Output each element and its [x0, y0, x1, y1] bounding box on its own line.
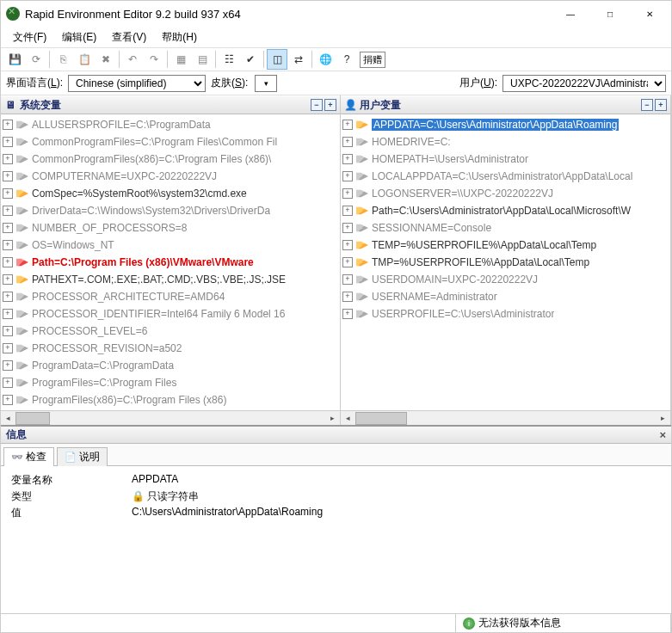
tree-node[interactable]: +PROCESSOR_LEVEL=6 — [1, 323, 340, 340]
skin-button[interactable]: ▾ — [255, 75, 277, 92]
expand-toggle-icon[interactable]: + — [3, 343, 13, 353]
scroll-thumb[interactable] — [15, 412, 50, 425]
tree-node[interactable]: +PROCESSOR_IDENTIFIER=Intel64 Family 6 M… — [1, 305, 340, 323]
close-button[interactable]: ✕ — [630, 1, 669, 27]
usr-hscroll[interactable]: ◂ ▸ — [341, 410, 670, 425]
minimize-button[interactable]: — — [551, 1, 590, 27]
scroll-left-icon[interactable]: ◂ — [341, 411, 355, 426]
tree-node[interactable]: +USERDOMAIN=UXPC-20220222VJ — [341, 271, 670, 288]
tree-node[interactable]: +APPDATA=C:\Users\Administrator\AppData\… — [341, 116, 670, 133]
expand-toggle-icon[interactable]: + — [342, 137, 353, 147]
tree-node[interactable]: +ProgramFiles=C:\Program Files — [1, 374, 340, 391]
expand-toggle-icon[interactable]: + — [342, 171, 353, 181]
user-tree[interactable]: +APPDATA=C:\Users\Administrator\AppData\… — [341, 114, 670, 410]
maximize-button[interactable]: □ — [590, 1, 630, 27]
scroll-left-icon[interactable]: ◂ — [1, 411, 15, 426]
expand-toggle-icon[interactable]: + — [3, 240, 13, 250]
tree-node[interactable]: +PROCESSOR_REVISION=a502 — [1, 340, 340, 357]
expand-toggle-icon[interactable]: + — [3, 292, 13, 302]
expand-toggle-icon[interactable]: + — [3, 274, 13, 285]
tree-node[interactable]: +TEMP=%USERPROFILE%\AppData\Local\Temp — [341, 237, 670, 254]
tree-node[interactable]: +ComSpec=%SystemRoot%\system32\cmd.exe — [1, 185, 340, 202]
expand-toggle-icon[interactable]: + — [3, 223, 13, 233]
usr-expand-icon[interactable]: + — [655, 99, 667, 111]
collapse-icon[interactable]: ▤ — [192, 49, 213, 70]
expand-icon[interactable]: ▦ — [170, 49, 191, 70]
sys-expand-icon[interactable]: + — [324, 99, 336, 111]
tab-desc[interactable]: 📄说明 — [57, 447, 108, 466]
usr-collapse-icon[interactable]: − — [641, 99, 653, 111]
menu-view[interactable]: 查看(V) — [105, 28, 153, 46]
expand-toggle-icon[interactable]: + — [342, 274, 353, 285]
expand-toggle-icon[interactable]: + — [3, 257, 13, 267]
tree-node[interactable]: +CommonProgramFiles=C:\Program Files\Com… — [1, 133, 340, 151]
expand-toggle-icon[interactable]: + — [3, 360, 13, 371]
tree-node[interactable]: +TMP=%USERPROFILE%\AppData\Local\Temp — [341, 254, 670, 271]
tree-node[interactable]: +Path=C:\Users\Administrator\AppData\Loc… — [341, 202, 670, 219]
expand-toggle-icon[interactable]: + — [3, 137, 13, 147]
expand-toggle-icon[interactable]: + — [3, 378, 13, 388]
tree-node[interactable]: +LOCALAPPDATA=C:\Users\Administrator\App… — [341, 168, 670, 185]
expand-toggle-icon[interactable]: + — [3, 326, 13, 336]
expand-toggle-icon[interactable]: + — [342, 120, 353, 130]
undo-icon[interactable]: ↶ — [122, 49, 143, 70]
globe-icon[interactable]: 🌐 — [315, 49, 336, 70]
tree-node[interactable]: +PATHEXT=.COM;.EXE;.BAT;.CMD;.VBS;.VBE;.… — [1, 271, 340, 288]
expand-toggle-icon[interactable]: + — [3, 206, 13, 216]
tree-node[interactable]: +CommonProgramFiles(x86)=C:\Program File… — [1, 151, 340, 168]
save-icon[interactable]: 💾 — [4, 49, 25, 70]
redo-icon[interactable]: ↷ — [144, 49, 164, 70]
tree-node[interactable]: +DriverData=C:\Windows\System32\Drivers\… — [1, 202, 340, 219]
refresh-icon[interactable]: ⟳ — [26, 49, 46, 70]
delete-icon[interactable]: ✖ — [96, 49, 116, 70]
tree-node[interactable]: +HOMEPATH=\Users\Administrator — [341, 151, 670, 168]
expand-toggle-icon[interactable]: + — [3, 120, 13, 130]
expand-toggle-icon[interactable]: + — [3, 188, 13, 199]
expand-toggle-icon[interactable]: + — [3, 309, 13, 319]
layout2-icon[interactable]: ⇄ — [288, 49, 309, 70]
scroll-right-icon[interactable]: ▸ — [325, 411, 340, 426]
sys-hscroll[interactable]: ◂ ▸ — [1, 410, 340, 425]
expand-toggle-icon[interactable]: + — [342, 292, 353, 302]
expand-toggle-icon[interactable]: + — [3, 154, 13, 164]
menu-edit[interactable]: 编辑(E) — [55, 28, 103, 46]
check-icon[interactable]: ✔ — [240, 49, 261, 70]
tree-node[interactable]: +ProgramFiles(x86)=C:\Program Files (x86… — [1, 391, 340, 409]
expand-toggle-icon[interactable]: + — [3, 171, 13, 181]
tree-node[interactable]: +COMPUTERNAME=UXPC-20220222VJ — [1, 168, 340, 185]
lang-select[interactable]: Chinese (simplified) — [68, 75, 206, 92]
layout1-icon[interactable]: ◫ — [267, 49, 287, 70]
scroll-right-icon[interactable]: ▸ — [656, 411, 670, 426]
help-icon[interactable]: ? — [336, 49, 357, 70]
tab-inspect[interactable]: 👓检查 — [3, 447, 54, 466]
tree-node[interactable]: +Path=C:\Program Files (x86)\VMware\VMwa… — [1, 254, 340, 271]
tree-node[interactable]: +USERPROFILE=C:\Users\Administrator — [341, 305, 670, 323]
expand-toggle-icon[interactable]: + — [342, 309, 353, 319]
tree-node[interactable]: +LOGONSERVER=\\UXPC-20220222VJ — [341, 185, 670, 202]
copy-icon[interactable]: ⎘ — [52, 49, 73, 70]
sys-collapse-icon[interactable]: − — [311, 99, 323, 111]
menu-file[interactable]: 文件(F) — [6, 28, 53, 46]
tree-node[interactable]: +SESSIONNAME=Console — [341, 219, 670, 237]
info-close-icon[interactable]: × — [659, 428, 666, 441]
expand-toggle-icon[interactable]: + — [342, 188, 353, 199]
tree-node[interactable]: +ProgramData=C:\ProgramData — [1, 357, 340, 374]
system-tree[interactable]: +ALLUSERSPROFILE=C:\ProgramData+CommonPr… — [1, 114, 340, 410]
tree-node[interactable]: +PROCESSOR_ARCHITECTURE=AMD64 — [1, 288, 340, 305]
expand-toggle-icon[interactable]: + — [342, 154, 353, 164]
user-select[interactable]: UXPC-20220222VJ\Administrator — [502, 75, 666, 92]
tree-node[interactable]: +USERNAME=Administrator — [341, 288, 670, 305]
expand-toggle-icon[interactable]: + — [342, 257, 353, 267]
expand-toggle-icon[interactable]: + — [342, 206, 353, 216]
donate-button[interactable]: 捐赠 — [360, 52, 385, 68]
menu-help[interactable]: 帮助(H) — [155, 28, 204, 46]
expand-toggle-icon[interactable]: + — [3, 395, 13, 405]
tree-node[interactable]: +ALLUSERSPROFILE=C:\ProgramData — [1, 116, 340, 133]
expand-toggle-icon[interactable]: + — [342, 223, 353, 233]
tree-node[interactable]: +NUMBER_OF_PROCESSORS=8 — [1, 219, 340, 237]
paste-icon[interactable]: 📋 — [74, 49, 95, 70]
expand-toggle-icon[interactable]: + — [342, 240, 353, 250]
scroll-thumb[interactable] — [355, 412, 407, 425]
tree-node[interactable]: +OS=Windows_NT — [1, 237, 340, 254]
filter-icon[interactable]: ☷ — [219, 49, 239, 70]
